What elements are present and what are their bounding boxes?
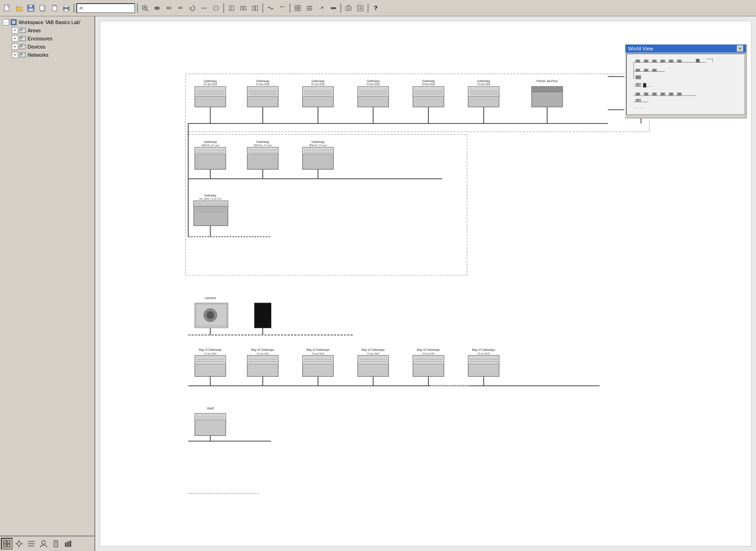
open-button[interactable] <box>14 3 25 14</box>
tool-screenshot-button[interactable] <box>355 3 366 14</box>
svg-rect-51 <box>4 541 6 543</box>
zoom-button[interactable] <box>140 3 151 14</box>
networks-icon <box>19 51 26 59</box>
svg-rect-30 <box>298 5 300 8</box>
svg-text:CI-ev-010: CI-ev-010 <box>422 352 435 355</box>
tool-cycle-button[interactable] <box>211 3 221 14</box>
save-button[interactable] <box>25 3 36 14</box>
sidebar: - Workspace 'IAB Basics Lab' + Areas <box>0 16 95 551</box>
svg-rect-31 <box>295 9 297 11</box>
world-view-title-bar[interactable]: World View × <box>625 44 746 53</box>
tree-areas-container: + Areas <box>2 26 93 34</box>
canvas-area[interactable]: Gateway CI-ev-010 Gateway CI-ev-010 Gate <box>95 16 756 551</box>
tool-wave-button[interactable] <box>265 3 276 14</box>
tool-refresh-button[interactable] <box>187 3 198 14</box>
svg-rect-254 <box>636 83 641 86</box>
separator-6 <box>340 4 341 13</box>
tool-arrows-button[interactable] <box>199 3 210 14</box>
help-button[interactable]: ? <box>370 3 381 14</box>
tree-toggle-enclosures[interactable]: + <box>12 35 18 42</box>
sidebar-tab-6[interactable] <box>62 538 74 550</box>
tool-copy2-button[interactable] <box>226 3 237 14</box>
networks-label: Networks <box>28 52 49 58</box>
new-button[interactable] <box>2 3 13 14</box>
tree-root[interactable]: - Workspace 'IAB Basics Lab' <box>2 18 93 26</box>
svg-rect-101 <box>358 87 388 97</box>
sidebar-item-networks[interactable]: + Networks <box>11 51 93 59</box>
tree-toggle-devices[interactable]: + <box>12 44 18 50</box>
paste-button[interactable] <box>49 3 60 14</box>
sidebar-tab-3[interactable] <box>25 538 37 550</box>
svg-rect-117 <box>468 87 499 97</box>
svg-rect-139 <box>247 147 278 154</box>
separator-2 <box>137 4 138 13</box>
sidebar-tab-2[interactable] <box>13 538 25 550</box>
toolbar: ⊲ 3D SD ≡≡ <box>0 0 756 16</box>
tool-sd-button[interactable]: SD <box>163 3 174 14</box>
tool-grid-button[interactable] <box>292 3 303 14</box>
svg-rect-70 <box>69 541 71 547</box>
tool-sd-label: SD <box>166 6 171 10</box>
svg-rect-44 <box>21 29 22 30</box>
svg-rect-20 <box>244 6 246 10</box>
separator-7 <box>368 4 368 13</box>
svg-rect-232 <box>696 59 699 62</box>
tool-3d-button[interactable]: 3D <box>152 3 162 14</box>
tool-merge-button[interactable] <box>250 3 260 14</box>
tool-arrow2-button[interactable] <box>316 3 327 14</box>
svg-text:SN/UA_CI-uss: SN/UA_CI-uss <box>309 143 327 147</box>
svg-rect-54 <box>7 544 10 547</box>
svg-rect-272 <box>636 99 641 102</box>
tool-3d-label: 3D <box>154 6 160 10</box>
svg-text:CI-ev-010: CI-ev-010 <box>312 352 324 355</box>
workspace-icon <box>10 19 17 26</box>
sidebar-item-enclosures[interactable]: + Enclosures <box>11 34 93 43</box>
sidebar-tab-1[interactable] <box>1 538 13 550</box>
areas-icon <box>19 27 26 34</box>
tree-toggle-root[interactable]: - <box>3 19 9 25</box>
tool-camera-button[interactable] <box>343 3 354 14</box>
nav-input-box[interactable]: ⊲ <box>76 3 135 13</box>
world-view-content[interactable] <box>626 54 745 115</box>
svg-text:camera: camera <box>205 296 216 300</box>
svg-rect-184 <box>247 355 278 364</box>
main-container: - Workspace 'IAB Basics Lab' + Areas <box>0 16 756 551</box>
svg-rect-191 <box>303 355 334 364</box>
tree-toggle-areas[interactable]: + <box>12 27 18 34</box>
world-view-panel: World View × <box>624 44 747 118</box>
print-button[interactable] <box>61 3 72 14</box>
tree-root-label: Workspace 'IAB Basics Lab' <box>19 20 81 25</box>
devices-label: Devices <box>28 44 45 49</box>
svg-rect-177 <box>195 355 226 364</box>
svg-rect-251 <box>636 76 641 79</box>
sidebar-item-areas[interactable]: + Areas <box>11 26 93 34</box>
tool-list-button[interactable] <box>304 3 315 14</box>
areas-label: Areas <box>28 28 41 33</box>
svg-rect-50 <box>21 54 22 55</box>
sidebar-item-devices[interactable]: + Devices <box>11 43 93 51</box>
sidebar-tab-5[interactable] <box>50 538 62 550</box>
tree-toggle-networks[interactable]: + <box>12 52 18 58</box>
world-view-close-icon: × <box>739 46 741 51</box>
help-icon: ? <box>374 5 378 11</box>
svg-rect-5 <box>40 5 44 10</box>
sidebar-tab-4[interactable] <box>38 538 49 550</box>
tool-link-button[interactable] <box>238 3 249 14</box>
svg-rect-3 <box>29 9 33 11</box>
svg-rect-29 <box>295 5 297 8</box>
svg-rect-9 <box>64 5 68 7</box>
copy-button[interactable] <box>37 3 48 14</box>
svg-rect-36 <box>346 6 351 10</box>
tool-reverse-button[interactable] <box>328 3 339 14</box>
svg-text:Panel: all-Plus: Panel: all-Plus <box>536 79 558 83</box>
svg-rect-7 <box>52 6 57 11</box>
svg-rect-132 <box>195 147 226 154</box>
svg-text:CI-ev-010: CI-ev-010 <box>477 352 490 355</box>
world-view-close-button[interactable]: × <box>737 45 743 52</box>
tool-note-button[interactable] <box>277 3 288 14</box>
svg-rect-52 <box>7 541 10 543</box>
svg-point-55 <box>17 542 21 546</box>
svg-rect-53 <box>4 544 6 547</box>
svg-text:CI-ev-010: CI-ev-010 <box>204 352 216 355</box>
tool-eq-button[interactable]: ≡≡ <box>175 3 186 14</box>
